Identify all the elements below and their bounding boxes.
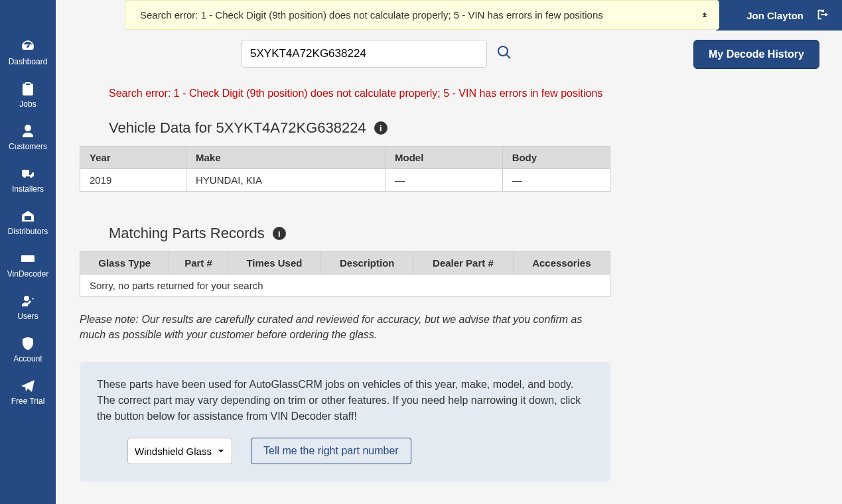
sidebar-item-vindecoder[interactable]: VinDecoder (0, 244, 56, 286)
main-content: Search error: 1 - Check Digit (9th posit… (56, 31, 842, 504)
col-description: Description (321, 252, 413, 275)
col-body: Body (502, 147, 610, 169)
user-edit-icon (20, 293, 36, 309)
info-icon[interactable]: i (374, 121, 387, 135)
glass-type-select[interactable]: Windshield Glass (127, 438, 232, 464)
logout-icon[interactable] (815, 7, 830, 24)
col-glass-type: Glass Type (80, 252, 169, 275)
sidebar-item-dashboard[interactable]: Dashboard (0, 32, 56, 74)
user-name[interactable]: Jon Clayton (746, 10, 804, 21)
search-error-text: Search error: 1 - Check Digit (9th posit… (109, 88, 819, 99)
topbar: Jon Clayton (716, 0, 842, 31)
col-year: Year (80, 147, 186, 169)
accuracy-note: Please note: Our results are carefully c… (80, 312, 610, 342)
sidebar-item-label: Distributors (8, 227, 48, 236)
table-row: 2019 HYUNDAI, KIA — — (80, 169, 610, 192)
help-panel: These parts have been used for AutoGlass… (80, 362, 610, 481)
search-row (242, 40, 819, 68)
paper-plane-icon (20, 378, 36, 394)
search-button[interactable] (496, 44, 512, 63)
keyboard-icon (20, 251, 36, 267)
error-banner: Search error: 1 - Check Digit (9th posit… (125, 0, 719, 30)
sidebar-item-freetrial[interactable]: Free Trial (0, 371, 56, 414)
sidebar-item-installers[interactable]: Installers (0, 159, 56, 202)
parts-table: Glass Type Part # Times Used Description… (80, 251, 610, 297)
truck-icon (20, 166, 36, 182)
col-model: Model (386, 147, 503, 169)
sidebar-item-users[interactable]: Users (0, 286, 56, 329)
sidebar-item-label: Jobs (19, 99, 36, 109)
tell-me-button[interactable]: Tell me the right part number (251, 438, 411, 464)
banner-collapse-icon[interactable] (700, 9, 709, 21)
sidebar-item-label: Users (17, 312, 38, 321)
col-make: Make (186, 147, 386, 169)
sidebar-item-label: Account (13, 354, 42, 363)
col-times-used: Times Used (228, 252, 321, 275)
sidebar-item-label: VinDecoder (7, 269, 48, 279)
sidebar: Dashboard Jobs Customers Installers Dist… (0, 0, 56, 504)
col-dealer-part: Dealer Part # (413, 252, 513, 275)
clipboard-icon (20, 81, 36, 97)
warehouse-icon (20, 208, 36, 224)
info-icon[interactable]: i (273, 227, 286, 240)
dashboard-icon (20, 38, 36, 54)
col-part-num: Part # (169, 252, 228, 275)
col-accessories: Accessories (513, 252, 610, 275)
sidebar-item-label: Installers (12, 184, 44, 194)
banner-text: Search error: 1 - Check Digit (9th posit… (140, 9, 603, 21)
vehicle-data-table: Year Make Model Body 2019 HYUNDAI, KIA —… (80, 146, 610, 192)
sidebar-item-label: Dashboard (9, 57, 48, 66)
shield-icon (20, 336, 36, 351)
user-icon (20, 123, 36, 139)
sidebar-item-distributors[interactable]: Distributors (0, 202, 56, 244)
sidebar-item-label: Customers (9, 142, 47, 151)
no-results-text: Sorry, no parts returned for your search (80, 275, 610, 297)
vin-input[interactable] (242, 40, 487, 68)
sidebar-item-customers[interactable]: Customers (0, 117, 56, 159)
parts-heading: Matching Parts Records i (109, 225, 819, 242)
help-text: These parts have been used for AutoGlass… (97, 377, 593, 424)
table-row: Sorry, no parts returned for your search (80, 275, 610, 297)
sidebar-item-account[interactable]: Account (0, 329, 56, 371)
sidebar-item-label: Free Trial (11, 397, 45, 406)
vehicle-data-heading: Vehicle Data for 5XYKT4A72KG638224 i (109, 119, 819, 137)
sidebar-item-jobs[interactable]: Jobs (0, 74, 56, 117)
